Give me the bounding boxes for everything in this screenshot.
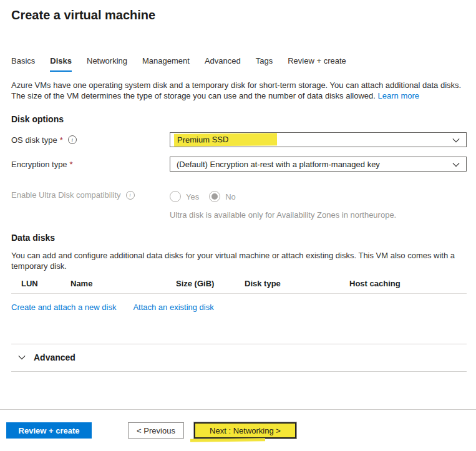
column-size: Size (GiB) bbox=[176, 279, 245, 288]
radio-no-label: No bbox=[225, 192, 236, 201]
radio-circle-icon bbox=[209, 191, 220, 202]
ultra-disk-control: Yes No Ultra disk is available only for … bbox=[170, 190, 467, 220]
chevron-down-icon bbox=[452, 137, 460, 144]
required-asterisk: * bbox=[70, 160, 73, 169]
page-title: Create a virtual machine bbox=[11, 0, 467, 22]
advanced-label: Advanced bbox=[34, 352, 75, 362]
ultra-disk-label: Enable Ultra Disk compatibility bbox=[11, 190, 170, 200]
encryption-type-label: Encryption type * bbox=[11, 160, 170, 169]
data-disks-table-header: LUN Name Size (GiB) Disk type Host cachi… bbox=[11, 279, 467, 294]
learn-more-link[interactable]: Learn more bbox=[378, 91, 419, 100]
column-name: Name bbox=[70, 279, 176, 288]
radio-yes-label: Yes bbox=[186, 192, 199, 201]
wizard-tabs: Basics Disks Networking Management Advan… bbox=[11, 56, 467, 72]
create-vm-page: Create a virtual machine Basics Disks Ne… bbox=[0, 0, 476, 451]
os-disk-type-value: Premium SSD bbox=[174, 133, 278, 147]
disk-options-heading: Disk options bbox=[11, 114, 467, 124]
column-host-caching: Host caching bbox=[349, 279, 467, 288]
wizard-footer: Review + create < Previous Next : Networ… bbox=[0, 409, 476, 451]
advanced-expander[interactable]: Advanced bbox=[11, 344, 467, 372]
intro-text: Azure VMs have one operating system disk… bbox=[11, 80, 467, 101]
create-attach-disk-link[interactable]: Create and attach a new disk bbox=[11, 303, 116, 312]
tab-advanced[interactable]: Advanced bbox=[205, 56, 241, 72]
tab-review-create[interactable]: Review + create bbox=[288, 56, 346, 72]
os-disk-type-dropdown[interactable]: Premium SSD bbox=[170, 132, 467, 147]
ultra-disk-row: Enable Ultra Disk compatibility Yes No U… bbox=[11, 190, 467, 220]
required-asterisk: * bbox=[60, 135, 63, 145]
ultra-disk-helper: Ultra disk is available only for Availab… bbox=[170, 210, 467, 220]
tab-basics[interactable]: Basics bbox=[11, 56, 35, 72]
radio-yes[interactable]: Yes bbox=[170, 191, 199, 202]
encryption-type-dropdown[interactable]: (Default) Encryption at-rest with a plat… bbox=[170, 157, 467, 172]
os-disk-type-label: OS disk type * bbox=[11, 135, 170, 145]
column-disk-type: Disk type bbox=[245, 279, 349, 288]
radio-circle-icon bbox=[170, 191, 181, 202]
encryption-type-value: (Default) Encryption at-rest with a plat… bbox=[177, 160, 380, 169]
data-disks-description: You can add and configure additional dat… bbox=[11, 251, 467, 271]
info-icon[interactable] bbox=[68, 135, 77, 144]
radio-no[interactable]: No bbox=[209, 191, 236, 202]
data-disks-links: Create and attach a new disk Attach an e… bbox=[11, 303, 467, 312]
tab-networking[interactable]: Networking bbox=[87, 56, 127, 72]
data-disks-heading: Data disks bbox=[11, 233, 467, 243]
next-networking-button[interactable]: Next : Networking > bbox=[194, 422, 296, 439]
column-lun: LUN bbox=[21, 279, 70, 288]
encryption-type-row: Encryption type * (Default) Encryption a… bbox=[11, 157, 467, 172]
os-disk-type-row: OS disk type * Premium SSD bbox=[11, 132, 467, 147]
attach-existing-disk-link[interactable]: Attach an existing disk bbox=[133, 303, 213, 312]
info-icon[interactable] bbox=[126, 191, 135, 200]
tab-disks[interactable]: Disks bbox=[50, 56, 72, 72]
tab-management[interactable]: Management bbox=[142, 56, 190, 72]
ultra-disk-radio-group: Yes No bbox=[170, 190, 467, 203]
tab-tags[interactable]: Tags bbox=[256, 56, 273, 72]
review-create-button[interactable]: Review + create bbox=[6, 422, 92, 439]
previous-button[interactable]: < Previous bbox=[128, 422, 184, 439]
chevron-down-icon bbox=[17, 354, 26, 361]
chevron-down-icon bbox=[452, 161, 460, 168]
